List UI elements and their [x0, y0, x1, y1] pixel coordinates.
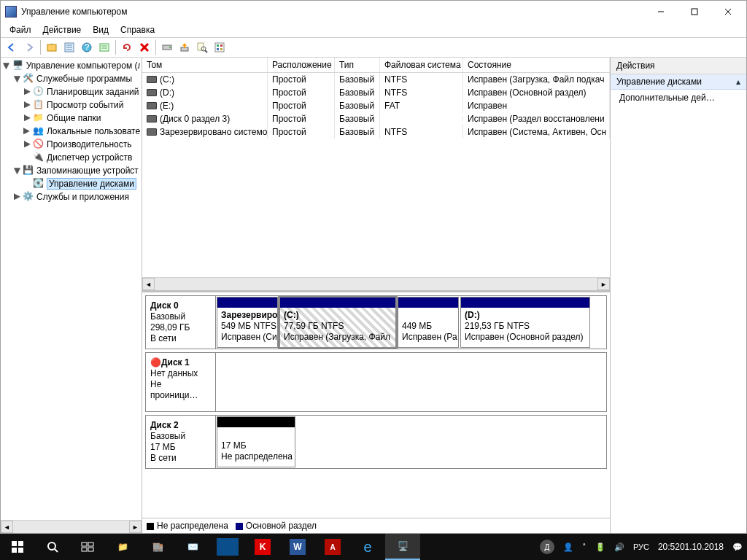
volumes-hscroll[interactable]: ◄► — [142, 277, 610, 290]
folder-icon: 📁 — [33, 112, 44, 124]
actions-section[interactable]: Управление дисками▴ — [611, 74, 746, 90]
col-volume[interactable]: Том — [142, 58, 268, 72]
volume-icon[interactable]: 🔊 — [610, 534, 629, 560]
computer-icon: 🖥️ — [12, 60, 24, 71]
actions-more[interactable]: Дополнительные дей… — [611, 90, 746, 106]
tree-performance[interactable]: Производительность — [47, 139, 131, 149]
titlebar: Управление компьютером — [1, 1, 746, 23]
svg-rect-26 — [220, 48, 222, 50]
lang-indicator[interactable]: РУС — [629, 534, 654, 560]
search-icon[interactable] — [35, 534, 70, 560]
svg-rect-24 — [220, 44, 222, 47]
svg-rect-35 — [82, 548, 87, 551]
tree-shared-folders[interactable]: Общие папки — [47, 113, 101, 123]
tree-root[interactable]: Управление компьютером (л — [26, 61, 140, 71]
mail-icon[interactable]: ✉️ — [175, 534, 210, 560]
partition[interactable]: 449 МБИсправен (Ра — [398, 297, 459, 348]
partition[interactable]: 17 МБНе распределена — [217, 416, 295, 467]
acrobat-icon[interactable]: A — [315, 534, 350, 560]
taskbar[interactable]: 📁 🏬 ✉️ K W A e 🖥️ Д 👤 ˄ 🔋 🔊 РУС 20:5201.… — [0, 534, 747, 560]
options-button[interactable] — [212, 39, 228, 55]
volume-row[interactable]: (Диск 0 раздел 3)ПростойБазовыйИсправен … — [142, 112, 610, 125]
tree-task-scheduler[interactable]: Планировщик заданий — [47, 87, 139, 97]
tree-event-viewer[interactable]: Просмотр событий — [47, 100, 123, 110]
tree-storage[interactable]: Запоминающие устройст — [36, 166, 139, 176]
legend-unalloc: Не распределена — [157, 521, 228, 531]
app-icon — [5, 6, 17, 18]
explorer-icon[interactable]: 📁 — [105, 534, 140, 560]
people-icon[interactable]: Д — [535, 534, 559, 560]
col-status[interactable]: Состояние — [463, 58, 610, 72]
partition[interactable]: Зарезервиро549 МБ NTFSИсправен (Си — [217, 297, 278, 348]
properties-button[interactable] — [61, 39, 77, 55]
store-icon[interactable]: 🏬 — [140, 534, 175, 560]
delete-button[interactable] — [136, 39, 152, 55]
disk-map[interactable]: Диск 0Базовый298,09 ГБВ сетиЗарезервиро5… — [142, 290, 610, 518]
word-icon[interactable]: W — [280, 534, 315, 560]
col-fs[interactable]: Файловая система — [380, 58, 463, 72]
volume-row[interactable]: (E:)ПростойБазовыйFATИсправен — [142, 99, 610, 112]
svg-rect-1 — [692, 9, 697, 15]
storage-icon: 💾 — [23, 165, 34, 176]
tree-device-manager[interactable]: Диспетчер устройств — [47, 152, 132, 163]
help-button[interactable]: ? — [79, 39, 95, 55]
services-icon: ⚙️ — [23, 191, 34, 203]
svg-rect-4 — [47, 44, 56, 51]
menu-view[interactable]: Вид — [87, 23, 115, 36]
volume-row[interactable]: Зарезервировано системойПростойБазовыйNT… — [142, 125, 610, 139]
disk-block[interactable]: Диск 0Базовый298,09 ГБВ сетиЗарезервиро5… — [145, 295, 607, 349]
back-button[interactable] — [4, 39, 20, 55]
minimize-button[interactable] — [644, 1, 678, 23]
tree-disk-mgmt[interactable]: Управление дисками — [47, 178, 136, 190]
refresh-button[interactable] — [119, 39, 135, 55]
partition[interactable]: (C:)77,59 ГБ NTFSИсправен (Загрузка, Фай… — [279, 297, 396, 348]
taskview-icon[interactable] — [70, 534, 105, 560]
svg-rect-29 — [12, 548, 17, 553]
actions-pane: Действия Управление дисками▴ Дополнитель… — [611, 58, 746, 533]
svg-rect-11 — [100, 44, 109, 51]
up-button[interactable] — [44, 39, 60, 55]
app1-icon[interactable] — [217, 538, 239, 556]
upload-button[interactable] — [177, 39, 193, 55]
svg-rect-27 — [12, 541, 17, 546]
svg-point-17 — [169, 47, 171, 48]
disk-info: Диск 0Базовый298,09 ГБВ сети — [146, 296, 216, 349]
compmgmt-task[interactable]: 🖥️ — [385, 534, 420, 560]
partition[interactable]: (D:)219,53 ГБ NTFSИсправен (Основной раз… — [460, 297, 590, 348]
start-button[interactable] — [0, 534, 35, 560]
disk-block[interactable]: 🔴Диск 1Нет данныхНе проиници… — [145, 352, 607, 412]
edge-icon[interactable]: e — [350, 534, 385, 560]
people-hub-icon[interactable]: 👤 — [559, 534, 578, 560]
svg-line-32 — [55, 549, 58, 552]
tray-chevron-icon[interactable]: ˄ — [578, 534, 591, 560]
disk-block[interactable]: Диск 2Базовый17 МБВ сети17 МБНе распреде… — [145, 415, 607, 469]
tree-hscroll[interactable]: ◄► — [1, 520, 142, 533]
users-icon: 👥 — [33, 125, 44, 137]
col-type[interactable]: Тип — [335, 58, 380, 72]
perf-icon: 🚫 — [33, 139, 44, 150]
kaspersky-icon[interactable]: K — [245, 534, 280, 560]
close-button[interactable] — [711, 1, 745, 23]
nav-tree[interactable]: ⯆🖥️Управление компьютером (л ⯆🛠️Служебны… — [1, 58, 142, 533]
tree-services[interactable]: Службы и приложения — [36, 192, 129, 202]
drive-button[interactable] — [159, 39, 175, 55]
forward-button[interactable] — [21, 39, 37, 55]
notifications-icon[interactable]: 💬 — [728, 534, 747, 560]
maximize-button[interactable] — [678, 1, 711, 23]
clock[interactable]: 20:5201.10.2018 — [654, 534, 728, 560]
svg-text:?: ? — [85, 42, 90, 52]
list-button[interactable] — [96, 39, 112, 55]
volume-row[interactable]: (D:)ПростойБазовыйNTFSИсправен (Основной… — [142, 86, 610, 99]
tree-local-users[interactable]: Локальные пользовате — [47, 126, 140, 136]
menu-file[interactable]: Файл — [4, 23, 37, 36]
menu-help[interactable]: Справка — [115, 23, 160, 36]
actions-header: Действия — [611, 58, 746, 74]
volume-row[interactable]: (C:)ПростойБазовыйNTFSИсправен (Загрузка… — [142, 73, 610, 86]
search-button[interactable] — [194, 39, 210, 55]
menu-action[interactable]: Действие — [37, 23, 88, 36]
battery-icon[interactable]: 🔋 — [591, 534, 610, 560]
col-layout[interactable]: Расположение — [268, 58, 335, 72]
volume-header[interactable]: Том Расположение Тип Файловая система Со… — [142, 58, 610, 73]
tree-system-tools[interactable]: Служебные программы — [36, 74, 132, 84]
volume-list[interactable]: Том Расположение Тип Файловая система Со… — [142, 58, 610, 290]
